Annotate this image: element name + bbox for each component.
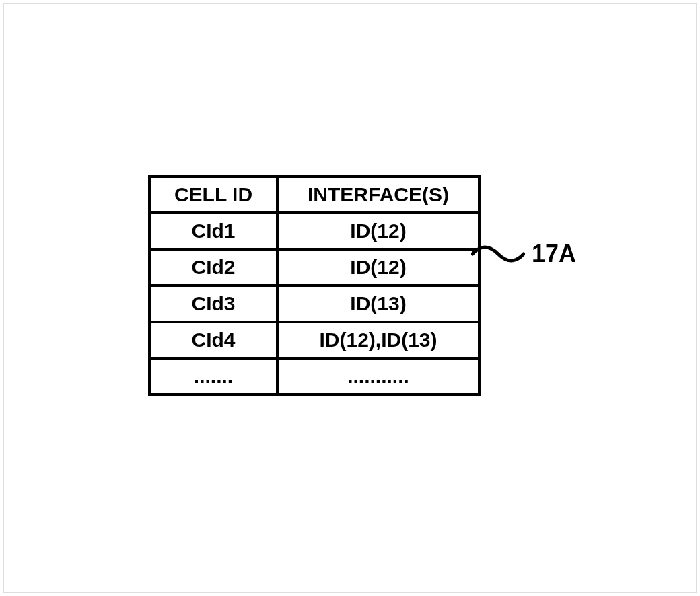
interfaces-value: ID(12),ID(13) — [277, 322, 479, 358]
table-row: ....... ........... — [149, 358, 479, 395]
interfaces-value: ID(12) — [277, 213, 479, 249]
table-header-row: CELL ID INTERFACE(S) — [149, 176, 479, 213]
reference-callout: 17A — [471, 237, 576, 271]
header-cell-id: CELL ID — [149, 176, 277, 213]
cell-id-value: CId2 — [149, 249, 277, 286]
callout-connector-icon — [471, 237, 525, 271]
interfaces-value: ........... — [277, 358, 479, 395]
cell-id-value: CId4 — [149, 322, 277, 358]
cell-id-value: CId3 — [149, 286, 277, 322]
cell-interface-table: CELL ID INTERFACE(S) CId1 ID(12) CId2 ID… — [148, 175, 481, 396]
interfaces-value: ID(13) — [277, 286, 479, 322]
cell-id-value: ....... — [149, 358, 277, 395]
table-row: CId3 ID(13) — [149, 286, 479, 322]
cell-interface-table-container: CELL ID INTERFACE(S) CId1 ID(12) CId2 ID… — [148, 175, 481, 396]
table-row: CId2 ID(12) — [149, 249, 479, 286]
header-interfaces: INTERFACE(S) — [277, 176, 479, 213]
table-row: CId4 ID(12),ID(13) — [149, 322, 479, 358]
interfaces-value: ID(12) — [277, 249, 479, 286]
table-row: CId1 ID(12) — [149, 213, 479, 249]
callout-label: 17A — [532, 240, 576, 268]
cell-id-value: CId1 — [149, 213, 277, 249]
